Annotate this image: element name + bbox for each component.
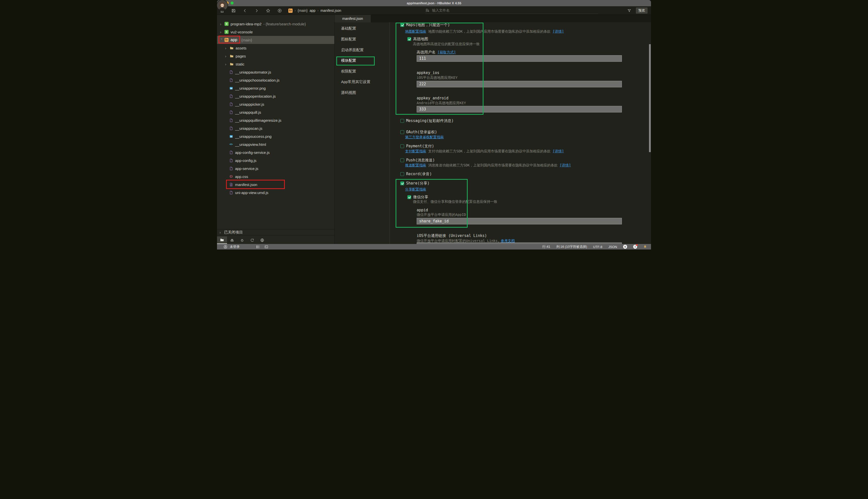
maps-checkbox[interactable] [400, 23, 404, 27]
search-view-icon[interactable] [227, 236, 237, 244]
amap-username-label: 高德用户名 [417, 50, 435, 55]
terminal-icon[interactable] [264, 245, 268, 249]
cursor-column-selection[interactable]: 列:16 (10字符被选择) [556, 244, 587, 249]
chevron-right-icon[interactable]: › [220, 30, 224, 34]
star-icon[interactable] [266, 9, 270, 13]
sync-view-icon[interactable] [247, 236, 257, 244]
tree-item-app-config-service-js[interactable]: app-config-service.js [217, 148, 334, 156]
breadcrumb-project[interactable]: app [310, 9, 315, 13]
tree-item-uniappautomator-js[interactable]: __uniappautomator.js [217, 68, 334, 76]
tab-manifest-json[interactable]: manifest.json [335, 15, 371, 22]
tree-item-app-config-js[interactable]: app-config.js [217, 156, 334, 165]
filter-icon[interactable] [627, 9, 631, 13]
closed-projects-row[interactable]: › 已关闭项目 [217, 229, 334, 235]
wechat-share-checkbox[interactable] [407, 195, 411, 199]
debug-view-icon[interactable] [237, 236, 247, 244]
push-detail-link[interactable]: [详情] [559, 163, 571, 168]
appkey-ios-desc: iOS平台高德地图应用KEY [417, 75, 458, 80]
push-checkbox[interactable] [400, 158, 404, 162]
push-guide-link[interactable]: 推送配置指南 [405, 163, 426, 168]
back-icon[interactable] [243, 9, 247, 13]
tree-item-program-idea-mp2[interactable]: › u program-idea-mp2 - {feature/search-m… [217, 20, 334, 28]
share-guide-link[interactable]: 分享配置指南 [405, 187, 426, 192]
publish-view-icon[interactable] [257, 236, 267, 244]
wechat-appid-input[interactable] [417, 218, 622, 224]
hbuilderx-window: app/manifest.json - HBuilder X 4.55 5+ ›… [217, 0, 651, 250]
tree-item-uniapperror-png[interactable]: __uniapperror.png [217, 84, 334, 92]
payment-checkbox[interactable] [400, 144, 404, 148]
chevron-right-icon[interactable]: › [225, 54, 229, 58]
tree-item-app[interactable]: › 5+ app - {main} [217, 36, 334, 44]
breadcrumb-file[interactable]: manifest.json [321, 9, 341, 13]
cursor-line[interactable]: 行:41 [542, 244, 550, 249]
appkey-android-desc: Android平台高德地图应用KEY [417, 101, 466, 106]
chevron-right-icon[interactable]: › [225, 62, 229, 66]
wechat-appid-desc: 微信开放平台申请应用的AppID [417, 212, 466, 217]
tree-item-uniappview-html[interactable]: <> __uniappview.html [217, 140, 334, 148]
user-account-icon[interactable] [224, 245, 227, 249]
run-icon[interactable] [278, 9, 282, 13]
update-available-icon[interactable] [633, 245, 637, 249]
tree-item-app-css[interactable]: {} app.css [217, 172, 334, 181]
chevron-right-icon[interactable]: › [225, 46, 229, 50]
maps-label: Maps(地图，只能选一个) [406, 23, 450, 27]
toolbar: 5+ › {main} app › manifest.json 输入文件名 预览 [217, 6, 651, 15]
tree-item-uniappsuccess-png[interactable]: __uniappsuccess.png [217, 132, 334, 140]
preview-button[interactable]: 预览 [636, 8, 648, 14]
js-file-icon [229, 78, 233, 82]
content-scrollbar-thumb[interactable] [649, 44, 651, 152]
appkey-android-input[interactable] [417, 106, 622, 112]
tree-item-app-service-js[interactable]: app-service.js [217, 165, 334, 172]
menu-item-icon-config[interactable]: 图标配置 [341, 36, 356, 42]
tree-item-vu2-vconsole[interactable]: › u vu2-vconsole [217, 28, 334, 36]
chevron-right-icon[interactable]: › [220, 22, 224, 26]
amap-username-howto-link[interactable]: [获取方式] [437, 50, 456, 55]
feedback-chat-icon[interactable] [623, 245, 627, 249]
messaging-checkbox[interactable] [400, 119, 404, 123]
payment-detail-link[interactable]: [详情] [553, 149, 564, 154]
tree-item-uniappopenlocation-js[interactable]: __uniappopenlocation.js [217, 92, 334, 100]
tree-item-assets[interactable]: › assets [217, 44, 334, 52]
file-search-input[interactable]: 输入文件名 [425, 8, 598, 14]
chevron-down-icon[interactable]: › [220, 38, 224, 42]
assistant-avatar[interactable] [217, 0, 228, 11]
files-view-icon[interactable] [217, 236, 227, 244]
amap-checkbox[interactable] [407, 37, 411, 41]
tree-item-uniappquillimageresize-js[interactable]: __uniappquillimageresize.js [217, 116, 334, 124]
appkey-ios-label: appkey_ios [417, 71, 439, 75]
oauth-guide-link[interactable]: 第三方登录鉴权配置指南 [405, 135, 444, 139]
outline-list-icon[interactable] [256, 245, 260, 249]
tree-item-manifest-json[interactable]: manifest.json [217, 181, 334, 188]
maps-detail-link[interactable]: [详情] [553, 29, 564, 34]
tree-item-uniappchooselocation-js[interactable]: __uniappchooselocation.js [217, 76, 334, 84]
tree-item-uniappscan-js[interactable]: __uniappscan.js [217, 124, 334, 132]
menu-item-module-config[interactable]: 模块配置 [341, 58, 356, 63]
tree-item-uni-app-view-umd-js[interactable]: uni-app-view.umd.js [217, 188, 334, 196]
syntax-indicator[interactable]: JSON [608, 245, 617, 249]
maps-guide-link[interactable]: 地图配置指南 [405, 29, 426, 34]
share-checkbox[interactable] [400, 182, 404, 185]
tree-item-pages[interactable]: › pages [217, 52, 334, 60]
record-checkbox[interactable] [400, 172, 404, 176]
encoding-indicator[interactable]: UTF-8 [593, 245, 602, 249]
menu-item-basic-config[interactable]: 基础配置 [341, 26, 356, 31]
payment-label: Payment(支付) [406, 144, 434, 149]
menu-item-app-other-settings[interactable]: App常用其它设置 [341, 79, 371, 85]
tree-item-static[interactable]: › static [217, 60, 334, 68]
amap-username-input[interactable] [417, 55, 622, 62]
oauth-checkbox[interactable] [400, 130, 404, 134]
html-file-icon: <> [229, 142, 233, 146]
bell-icon[interactable] [643, 245, 647, 249]
save-icon[interactable] [231, 9, 236, 13]
forward-icon[interactable] [254, 9, 259, 13]
login-status[interactable]: 未登录 [230, 244, 240, 249]
folder-icon [230, 54, 233, 58]
payment-guide-link[interactable]: 支付配置指南 [405, 149, 426, 154]
menu-item-splash-config[interactable]: 启动界面配置 [341, 47, 364, 53]
tree-item-uniapppicker-js[interactable]: __uniapppicker.js [217, 100, 334, 108]
appkey-android-label: appkey_android [417, 96, 448, 100]
menu-item-source-view[interactable]: 源码视图 [341, 90, 356, 95]
tree-item-uniappquill-js[interactable]: __uniappquill.js [217, 108, 334, 116]
appkey-ios-input[interactable] [417, 81, 622, 87]
menu-item-permission-config[interactable]: 权限配置 [341, 69, 356, 74]
